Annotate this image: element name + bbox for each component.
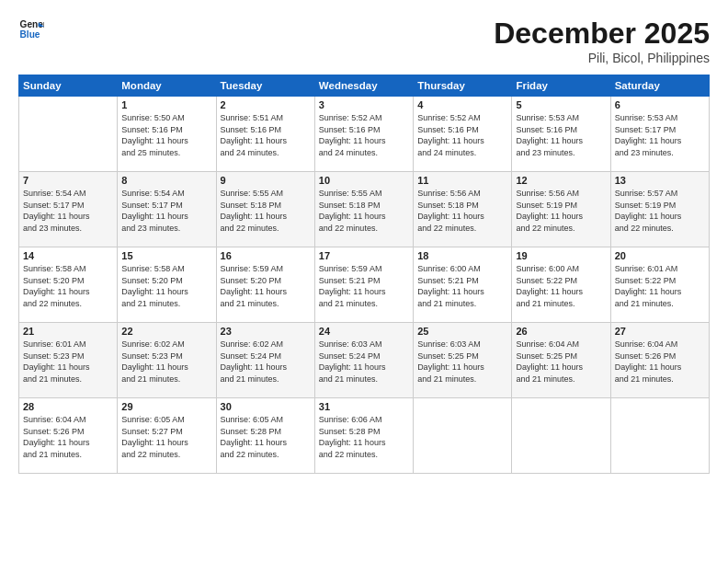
calendar-cell: 19Sunrise: 6:00 AM Sunset: 5:22 PM Dayli… — [512, 247, 610, 323]
day-info: Sunrise: 6:04 AM Sunset: 5:25 PM Dayligh… — [516, 339, 606, 385]
calendar-cell: 28Sunrise: 6:04 AM Sunset: 5:26 PM Dayli… — [19, 398, 118, 474]
week-row-5: 28Sunrise: 6:04 AM Sunset: 5:26 PM Dayli… — [19, 398, 710, 474]
week-row-2: 7Sunrise: 5:54 AM Sunset: 5:17 PM Daylig… — [19, 172, 710, 247]
weekday-header-saturday: Saturday — [610, 75, 709, 97]
calendar-cell: 27Sunrise: 6:04 AM Sunset: 5:26 PM Dayli… — [610, 323, 709, 398]
day-number: 2 — [221, 99, 311, 110]
day-info: Sunrise: 5:54 AM Sunset: 5:17 PM Dayligh… — [121, 188, 211, 234]
day-number: 16 — [221, 250, 311, 261]
day-number: 7 — [23, 175, 113, 186]
day-info: Sunrise: 6:00 AM Sunset: 5:22 PM Dayligh… — [516, 263, 606, 309]
calendar-cell: 13Sunrise: 5:57 AM Sunset: 5:19 PM Dayli… — [610, 172, 709, 247]
day-number: 27 — [615, 326, 705, 337]
calendar-table: SundayMondayTuesdayWednesdayThursdayFrid… — [18, 75, 710, 474]
calendar-cell: 11Sunrise: 5:56 AM Sunset: 5:18 PM Dayli… — [414, 172, 512, 247]
page-header: General Blue December 2025 Pili, Bicol, … — [18, 17, 710, 65]
calendar-cell: 2Sunrise: 5:51 AM Sunset: 5:16 PM Daylig… — [216, 97, 314, 172]
calendar-cell — [414, 398, 512, 474]
calendar-cell: 6Sunrise: 5:53 AM Sunset: 5:17 PM Daylig… — [610, 97, 709, 172]
day-number: 18 — [417, 250, 507, 261]
day-number: 17 — [319, 250, 409, 261]
calendar-cell: 1Sunrise: 5:50 AM Sunset: 5:16 PM Daylig… — [118, 97, 216, 172]
calendar-cell: 21Sunrise: 6:01 AM Sunset: 5:23 PM Dayli… — [19, 323, 118, 398]
day-info: Sunrise: 6:03 AM Sunset: 5:24 PM Dayligh… — [319, 339, 409, 385]
day-info: Sunrise: 5:59 AM Sunset: 5:20 PM Dayligh… — [221, 263, 311, 309]
day-info: Sunrise: 6:02 AM Sunset: 5:24 PM Dayligh… — [221, 339, 311, 385]
day-info: Sunrise: 5:57 AM Sunset: 5:19 PM Dayligh… — [615, 188, 705, 234]
calendar-cell: 7Sunrise: 5:54 AM Sunset: 5:17 PM Daylig… — [19, 172, 118, 247]
calendar-cell: 8Sunrise: 5:54 AM Sunset: 5:17 PM Daylig… — [118, 172, 216, 247]
week-row-1: 1Sunrise: 5:50 AM Sunset: 5:16 PM Daylig… — [19, 97, 710, 172]
logo-icon: General Blue — [18, 17, 44, 42]
calendar-cell: 5Sunrise: 5:53 AM Sunset: 5:16 PM Daylig… — [512, 97, 610, 172]
calendar-cell: 26Sunrise: 6:04 AM Sunset: 5:25 PM Dayli… — [512, 323, 610, 398]
calendar-cell: 17Sunrise: 5:59 AM Sunset: 5:21 PM Dayli… — [314, 247, 413, 323]
calendar-cell — [610, 398, 709, 474]
day-info: Sunrise: 5:52 AM Sunset: 5:16 PM Dayligh… — [417, 112, 507, 158]
calendar-cell: 3Sunrise: 5:52 AM Sunset: 5:16 PM Daylig… — [314, 97, 413, 172]
calendar-cell — [19, 97, 118, 172]
calendar-cell: 29Sunrise: 6:05 AM Sunset: 5:27 PM Dayli… — [118, 398, 216, 474]
day-number: 20 — [615, 250, 705, 261]
day-number: 30 — [221, 401, 311, 412]
day-info: Sunrise: 6:04 AM Sunset: 5:26 PM Dayligh… — [615, 339, 705, 385]
day-number: 15 — [121, 250, 211, 261]
day-info: Sunrise: 5:58 AM Sunset: 5:20 PM Dayligh… — [23, 263, 113, 309]
logo: General Blue — [18, 17, 44, 42]
calendar-cell: 30Sunrise: 6:05 AM Sunset: 5:28 PM Dayli… — [216, 398, 314, 474]
month-title: December 2025 — [494, 17, 710, 51]
day-number: 3 — [319, 99, 409, 110]
day-number: 19 — [516, 250, 606, 261]
day-info: Sunrise: 5:53 AM Sunset: 5:17 PM Dayligh… — [615, 112, 705, 158]
day-number: 11 — [417, 175, 507, 186]
day-info: Sunrise: 6:05 AM Sunset: 5:28 PM Dayligh… — [221, 414, 311, 460]
day-number: 4 — [417, 99, 507, 110]
day-info: Sunrise: 5:55 AM Sunset: 5:18 PM Dayligh… — [319, 188, 409, 234]
weekday-header-wednesday: Wednesday — [314, 75, 413, 97]
location: Pili, Bicol, Philippines — [494, 51, 710, 65]
weekday-header-thursday: Thursday — [414, 75, 512, 97]
calendar-cell: 22Sunrise: 6:02 AM Sunset: 5:23 PM Dayli… — [118, 323, 216, 398]
day-number: 25 — [417, 326, 507, 337]
day-info: Sunrise: 5:50 AM Sunset: 5:16 PM Dayligh… — [121, 112, 211, 158]
calendar-cell: 10Sunrise: 5:55 AM Sunset: 5:18 PM Dayli… — [314, 172, 413, 247]
calendar-cell: 25Sunrise: 6:03 AM Sunset: 5:25 PM Dayli… — [414, 323, 512, 398]
day-info: Sunrise: 6:03 AM Sunset: 5:25 PM Dayligh… — [417, 339, 507, 385]
day-info: Sunrise: 5:51 AM Sunset: 5:16 PM Dayligh… — [221, 112, 311, 158]
day-info: Sunrise: 6:01 AM Sunset: 5:23 PM Dayligh… — [23, 339, 113, 385]
calendar-cell: 4Sunrise: 5:52 AM Sunset: 5:16 PM Daylig… — [414, 97, 512, 172]
week-row-3: 14Sunrise: 5:58 AM Sunset: 5:20 PM Dayli… — [19, 247, 710, 323]
weekday-header-row: SundayMondayTuesdayWednesdayThursdayFrid… — [19, 75, 710, 97]
day-info: Sunrise: 5:59 AM Sunset: 5:21 PM Dayligh… — [319, 263, 409, 309]
day-number: 14 — [23, 250, 113, 261]
day-info: Sunrise: 6:00 AM Sunset: 5:21 PM Dayligh… — [417, 263, 507, 309]
day-number: 6 — [615, 99, 705, 110]
calendar-cell: 9Sunrise: 5:55 AM Sunset: 5:18 PM Daylig… — [216, 172, 314, 247]
calendar-cell: 24Sunrise: 6:03 AM Sunset: 5:24 PM Dayli… — [314, 323, 413, 398]
day-number: 9 — [221, 175, 311, 186]
day-number: 1 — [121, 99, 211, 110]
weekday-header-sunday: Sunday — [19, 75, 118, 97]
day-info: Sunrise: 5:55 AM Sunset: 5:18 PM Dayligh… — [221, 188, 311, 234]
day-info: Sunrise: 6:04 AM Sunset: 5:26 PM Dayligh… — [23, 414, 113, 460]
day-number: 28 — [23, 401, 113, 412]
day-number: 10 — [319, 175, 409, 186]
week-row-4: 21Sunrise: 6:01 AM Sunset: 5:23 PM Dayli… — [19, 323, 710, 398]
day-info: Sunrise: 5:52 AM Sunset: 5:16 PM Dayligh… — [319, 112, 409, 158]
calendar-cell — [512, 398, 610, 474]
day-number: 12 — [516, 175, 606, 186]
day-number: 22 — [121, 326, 211, 337]
day-info: Sunrise: 6:01 AM Sunset: 5:22 PM Dayligh… — [615, 263, 705, 309]
day-number: 5 — [516, 99, 606, 110]
calendar-cell: 18Sunrise: 6:00 AM Sunset: 5:21 PM Dayli… — [414, 247, 512, 323]
calendar-cell: 15Sunrise: 5:58 AM Sunset: 5:20 PM Dayli… — [118, 247, 216, 323]
weekday-header-tuesday: Tuesday — [216, 75, 314, 97]
calendar-cell: 23Sunrise: 6:02 AM Sunset: 5:24 PM Dayli… — [216, 323, 314, 398]
day-number: 21 — [23, 326, 113, 337]
day-info: Sunrise: 6:02 AM Sunset: 5:23 PM Dayligh… — [121, 339, 211, 385]
calendar-cell: 31Sunrise: 6:06 AM Sunset: 5:28 PM Dayli… — [314, 398, 413, 474]
day-info: Sunrise: 5:53 AM Sunset: 5:16 PM Dayligh… — [516, 112, 606, 158]
day-number: 13 — [615, 175, 705, 186]
day-info: Sunrise: 5:56 AM Sunset: 5:18 PM Dayligh… — [417, 188, 507, 234]
calendar-cell: 20Sunrise: 6:01 AM Sunset: 5:22 PM Dayli… — [610, 247, 709, 323]
